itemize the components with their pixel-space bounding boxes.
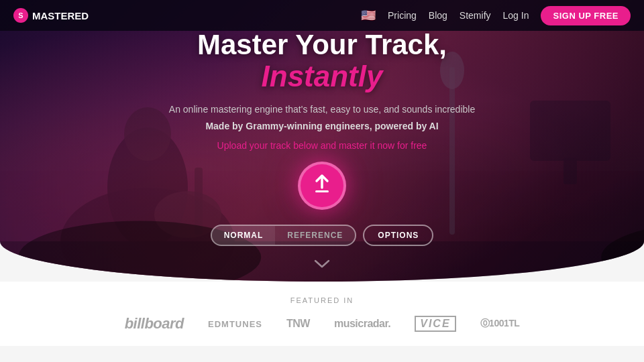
- hero-subtitle-bold: Made by Grammy-winning engineers, powere…: [169, 119, 475, 133]
- reference-mode-button[interactable]: REFERENCE: [275, 226, 355, 245]
- navbar-right: 🇺🇸 Pricing Blog Stemify Log In SIGN UP F…: [361, 6, 631, 25]
- upload-icon: [311, 173, 333, 198]
- hero-content: Master Your Track, Instantly An online m…: [169, 29, 475, 272]
- nav-link-blog[interactable]: Blog: [429, 10, 447, 21]
- logo[interactable]: S MASTERED: [13, 8, 89, 23]
- navbar: S MASTERED 🇺🇸 Pricing Blog Stemify Log I…: [0, 0, 644, 31]
- mode-toggle-group: NORMAL REFERENCE: [211, 225, 357, 246]
- logo-text: MASTERED: [32, 10, 89, 21]
- upload-button[interactable]: [298, 162, 346, 210]
- hero-section: Master Your Track, Instantly An online m…: [0, 0, 644, 282]
- hero-subtitle: An online mastering engine that's fast, …: [169, 103, 475, 133]
- featured-section: FEATURED IN billboard EDMTUNES TNW music…: [0, 282, 644, 346]
- logo-billboard: billboard: [125, 315, 184, 333]
- logo-vice: VICE: [415, 316, 455, 332]
- svg-rect-10: [315, 190, 329, 192]
- nav-link-pricing[interactable]: Pricing: [388, 10, 417, 21]
- svg-rect-8: [564, 158, 577, 184]
- hero-cta-text: Upload your track below and master it no…: [169, 140, 475, 151]
- scroll-indicator[interactable]: [169, 258, 475, 272]
- nav-link-stemify[interactable]: Stemify: [460, 10, 491, 21]
- mode-buttons: NORMAL REFERENCE OPTIONS: [169, 225, 475, 246]
- hero-title-italic: Instantly: [169, 60, 475, 93]
- logo-tnw: TNW: [286, 318, 310, 330]
- nav-link-login[interactable]: Log In: [503, 10, 529, 21]
- logo-musicradar: musicradar.: [334, 318, 390, 330]
- featured-logos: billboard EDMTUNES TNW musicradar. VICE …: [0, 315, 644, 333]
- flag-icon[interactable]: 🇺🇸: [361, 8, 376, 23]
- logo-edmtunes: EDMTUNES: [208, 319, 262, 329]
- svg-point-2: [124, 107, 171, 161]
- svg-rect-7: [530, 101, 610, 161]
- logo-1001tl: ⓪1001TL: [480, 318, 520, 330]
- signup-button[interactable]: SIGN UP FREE: [541, 6, 631, 25]
- hero-title: Master Your Track, Instantly: [169, 29, 475, 93]
- logo-icon: S: [13, 8, 28, 23]
- options-button[interactable]: OPTIONS: [363, 225, 433, 246]
- normal-mode-button[interactable]: NORMAL: [212, 226, 276, 245]
- featured-label: FEATURED IN: [0, 296, 644, 304]
